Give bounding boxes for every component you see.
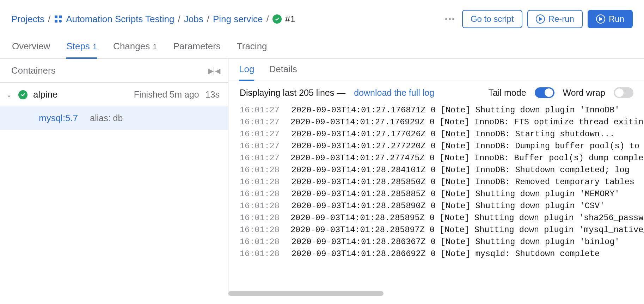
- svg-rect-0: [55, 15, 57, 18]
- log-line: 16:01:282020-09-03T14:01:28.285890Z 0 [N…: [240, 200, 644, 212]
- play-icon: [536, 14, 545, 24]
- tab-steps[interactable]: Steps 1: [66, 41, 97, 59]
- log-line: 16:01:282020-09-03T14:01:28.286692Z 0 [N…: [240, 248, 644, 260]
- container-finished: Finished 5m ago: [134, 89, 199, 100]
- tab-parameters-label: Parameters: [173, 41, 220, 52]
- download-full-log-link[interactable]: download the full log: [354, 88, 434, 98]
- rerun-label: Re-run: [548, 14, 574, 24]
- run-label: Run: [609, 14, 624, 24]
- log-message: 2020-09-03T14:01:27.177026Z 0 [Note] Inn…: [292, 128, 615, 140]
- breadcrumb-sep: /: [48, 14, 50, 25]
- tab-changes[interactable]: Changes 1: [113, 41, 157, 59]
- svg-rect-2: [55, 20, 57, 23]
- log-message: 2020-09-03T14:01:28.284101Z 0 [Note] Inn…: [292, 164, 634, 176]
- container-child-name: mysql:5.7: [39, 113, 78, 124]
- log-line: 16:01:282020-09-03T14:01:28.284101Z 0 [N…: [240, 164, 644, 176]
- log-line: 16:01:272020-09-03T14:01:27.277220Z 0 [N…: [240, 140, 644, 152]
- subtab-log[interactable]: Log: [239, 64, 254, 81]
- log-message: 2020-09-03T14:01:28.285890Z 0 [Note] Shu…: [292, 200, 605, 212]
- tab-steps-label: Steps: [66, 41, 90, 52]
- log-timestamp: 16:01:28: [240, 248, 280, 260]
- go-to-script-button[interactable]: Go to script: [462, 10, 522, 28]
- log-message: 2020-09-03T14:01:28.285885Z 0 [Note] Shu…: [292, 188, 620, 200]
- containers-sidebar: Containers ▶│◀ ⌄alpineFinished 5m ago13s…: [0, 59, 228, 296]
- word-wrap-label: Word wrap: [563, 88, 605, 98]
- breadcrumb-projects[interactable]: Projects: [11, 14, 44, 25]
- container-duration: 13s: [206, 89, 220, 100]
- tab-overview-label: Overview: [12, 41, 50, 52]
- log-timestamp: 16:01:27: [240, 152, 278, 164]
- tab-tracing-label: Tracing: [237, 41, 267, 52]
- main-tabs: Overview Steps 1 Changes 1 Parameters Tr…: [0, 33, 644, 59]
- breadcrumb-sep: /: [178, 14, 180, 25]
- log-timestamp: 16:01:28: [240, 224, 278, 236]
- breadcrumb-job[interactable]: Ping service: [213, 14, 263, 25]
- tab-changes-label: Changes: [113, 41, 150, 52]
- play-icon: [596, 14, 605, 24]
- word-wrap-toggle[interactable]: [614, 87, 633, 98]
- tail-mode-label: Tail mode: [489, 88, 526, 98]
- log-line: 16:01:272020-09-03T14:01:27.177026Z 0 [N…: [240, 128, 644, 140]
- breadcrumb: Projects / Automation Scripts Testing / …: [11, 14, 295, 25]
- tab-overview[interactable]: Overview: [12, 41, 50, 59]
- collapse-sidebar-icon[interactable]: ▶│◀: [208, 67, 219, 75]
- log-message: 2020-09-03T14:01:27.277475Z 0 [Note] Inn…: [290, 152, 644, 164]
- header-actions: Go to script Re-run Run: [442, 10, 633, 28]
- log-timestamp: 16:01:27: [240, 128, 280, 140]
- log-line: 16:01:272020-09-03T14:01:27.277475Z 0 [N…: [240, 152, 644, 164]
- log-message: 2020-09-03T14:01:27.176871Z 0 [Note] Shu…: [292, 104, 620, 116]
- log-info-text: Displaying last 205 lines —: [240, 88, 345, 98]
- log-timestamp: 16:01:28: [240, 188, 280, 200]
- more-menu-button[interactable]: [442, 15, 457, 23]
- container-row[interactable]: ⌄alpineFinished 5m ago13s: [0, 83, 228, 106]
- svg-rect-1: [59, 15, 62, 18]
- apps-icon: [54, 15, 62, 23]
- run-number: #1: [285, 14, 295, 25]
- log-message: 2020-09-03T14:01:28.285850Z 0 [Note] Inn…: [292, 176, 634, 188]
- container-child-row[interactable]: mysql:5.7alias: db: [0, 106, 228, 130]
- log-message: 2020-09-03T14:01:28.285897Z 0 [Note] Shu…: [290, 224, 644, 236]
- log-timestamp: 16:01:28: [240, 200, 280, 212]
- tab-parameters[interactable]: Parameters: [173, 41, 220, 59]
- detail-subtabs: Log Details: [228, 59, 644, 81]
- log-timestamp: 16:01:27: [240, 116, 278, 128]
- log-message: 2020-09-03T14:01:27.176929Z 0 [Note] Inn…: [290, 116, 644, 128]
- breadcrumb-jobs[interactable]: Jobs: [184, 14, 203, 25]
- tab-changes-count: 1: [153, 42, 157, 51]
- breadcrumb-sep: /: [266, 14, 269, 25]
- breadcrumb-project[interactable]: Automation Scripts Testing: [66, 14, 174, 25]
- log-message: 2020-09-03T14:01:27.277220Z 0 [Note] Inn…: [292, 140, 639, 152]
- tab-steps-count: 1: [93, 42, 97, 51]
- log-line: 16:01:282020-09-03T14:01:28.285897Z 0 [N…: [240, 224, 644, 236]
- status-success-icon: [18, 90, 27, 99]
- tail-mode-toggle[interactable]: [535, 87, 554, 98]
- log-timestamp: 16:01:28: [240, 176, 280, 188]
- status-success-icon: [272, 14, 282, 24]
- subtab-details[interactable]: Details: [269, 64, 297, 81]
- breadcrumb-sep: /: [207, 14, 209, 25]
- log-line: 16:01:282020-09-03T14:01:28.285885Z 0 [N…: [240, 188, 644, 200]
- container-name: alpine: [33, 89, 57, 100]
- log-line: 16:01:282020-09-03T14:01:28.285895Z 0 [N…: [240, 212, 644, 224]
- log-timestamp: 16:01:27: [240, 104, 280, 116]
- log-line: 16:01:272020-09-03T14:01:27.176929Z 0 [N…: [240, 116, 644, 128]
- log-message: 2020-09-03T14:01:28.286692Z 0 [Note] mys…: [292, 248, 600, 260]
- log-timestamp: 16:01:27: [240, 140, 280, 152]
- tab-tracing[interactable]: Tracing: [237, 41, 267, 59]
- log-line: 16:01:282020-09-03T14:01:28.285850Z 0 [N…: [240, 176, 644, 188]
- log-output[interactable]: 16:01:272020-09-03T14:01:27.176871Z 0 [N…: [228, 102, 644, 291]
- containers-title: Containers: [11, 65, 56, 76]
- chevron-down-icon[interactable]: ⌄: [6, 91, 13, 99]
- rerun-button[interactable]: Re-run: [527, 10, 583, 28]
- log-line: 16:01:282020-09-03T14:01:28.286367Z 0 [N…: [240, 236, 644, 248]
- log-timestamp: 16:01:28: [240, 236, 280, 248]
- log-timestamp: 16:01:28: [240, 164, 280, 176]
- run-button[interactable]: Run: [588, 10, 633, 28]
- svg-point-3: [59, 20, 62, 23]
- log-line: 16:01:272020-09-03T14:01:27.176871Z 0 [N…: [240, 104, 644, 116]
- horizontal-scrollbar[interactable]: [228, 291, 644, 296]
- log-message: 2020-09-03T14:01:28.285895Z 0 [Note] Shu…: [290, 212, 644, 224]
- go-to-script-label: Go to script: [471, 14, 514, 24]
- log-controls: Displaying last 205 lines — download the…: [228, 81, 644, 102]
- container-child-alias: alias: db: [90, 113, 123, 123]
